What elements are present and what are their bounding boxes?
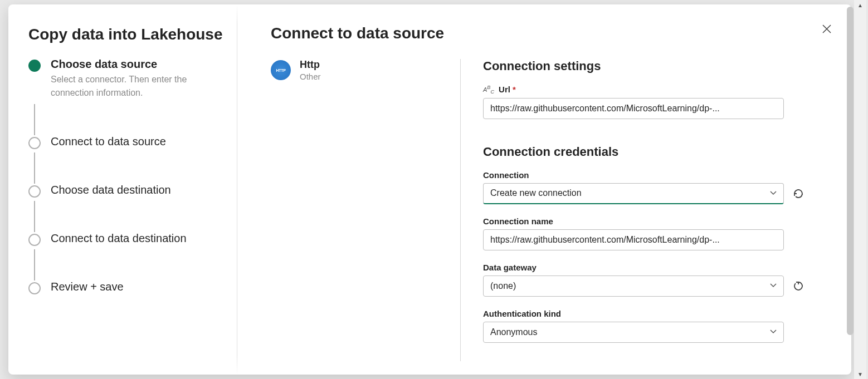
- step-label: Connect to data destination: [51, 232, 187, 245]
- step-indicator-icon: [28, 185, 41, 198]
- step-connector: [34, 104, 35, 135]
- section-connection-credentials-title: Connection credentials: [483, 145, 825, 159]
- step-indicator-icon: [28, 60, 41, 72]
- vertical-separator: [460, 59, 461, 361]
- content-row: Http Other Connection settings ABC Url *: [271, 59, 825, 361]
- source-type: Other: [300, 72, 321, 81]
- step-review-save[interactable]: Review + save: [28, 280, 223, 298]
- step-choose-data-destination[interactable]: Choose data destination: [28, 184, 223, 201]
- refresh-icon: [792, 188, 804, 200]
- step-choose-data-source[interactable]: Choose data source Select a connector. T…: [28, 58, 223, 104]
- step-connector: [34, 249, 35, 280]
- field-url: ABC Url *: [483, 85, 825, 119]
- data-gateway-select[interactable]: [483, 275, 784, 297]
- field-connection: Connection: [483, 170, 825, 204]
- step-connect-to-data-source[interactable]: Connect to data source: [28, 135, 223, 152]
- wizard-title: Copy data into Lakehouse: [28, 24, 223, 45]
- step-label: Connect to data source: [51, 135, 166, 148]
- close-icon: [822, 24, 832, 34]
- step-connector: [34, 152, 35, 184]
- scroll-down-arrow-icon[interactable]: ▼: [854, 369, 866, 379]
- refresh-connection-button[interactable]: [791, 186, 806, 201]
- url-input[interactable]: [483, 98, 784, 119]
- abc-type-icon: ABC: [483, 85, 494, 95]
- outer-scrollbar[interactable]: ▲ ▼: [854, 0, 866, 379]
- scrollbar-track[interactable]: [854, 10, 866, 369]
- inner-scrollbar[interactable]: [847, 4, 854, 375]
- main-panel: Connect to data source Http Other Connec…: [237, 4, 851, 375]
- authentication-kind-select[interactable]: [483, 322, 784, 343]
- close-button[interactable]: [819, 21, 835, 37]
- step-description: Select a connector. Then enter the conne…: [51, 73, 218, 100]
- connection-name-label: Connection name: [483, 216, 553, 226]
- authentication-kind-label: Authentication kind: [483, 309, 561, 318]
- scrollbar-thumb[interactable]: [847, 7, 854, 335]
- section-connection-settings-title: Connection settings: [483, 59, 825, 73]
- field-authentication-kind: Authentication kind: [483, 309, 825, 343]
- wizard-sidebar: Copy data into Lakehouse Choose data sou…: [8, 4, 237, 375]
- refresh-gateway-button[interactable]: [791, 278, 806, 294]
- field-data-gateway: Data gateway: [483, 263, 825, 297]
- data-gateway-label: Data gateway: [483, 263, 537, 272]
- connection-name-input[interactable]: [483, 229, 784, 250]
- step-indicator-icon: [28, 234, 41, 246]
- step-indicator-icon: [28, 282, 41, 294]
- source-name: Http: [300, 59, 321, 71]
- settings-panel: Connection settings ABC Url * Connection…: [483, 59, 825, 361]
- field-connection-name: Connection name: [483, 216, 825, 250]
- refresh-icon: [792, 280, 804, 292]
- connection-label: Connection: [483, 170, 529, 180]
- step-label: Choose data destination: [51, 184, 171, 196]
- step-label: Choose data source: [51, 58, 218, 71]
- connection-select[interactable]: [483, 183, 784, 204]
- required-asterisk: *: [513, 85, 516, 94]
- step-connect-to-data-destination[interactable]: Connect to data destination: [28, 232, 223, 249]
- step-label: Review + save: [51, 280, 124, 293]
- step-indicator-icon: [28, 137, 41, 149]
- page-title: Connect to data source: [271, 24, 825, 42]
- scroll-up-arrow-icon[interactable]: ▲: [854, 0, 866, 10]
- http-icon: [271, 60, 291, 80]
- source-item-http[interactable]: Http Other: [271, 59, 449, 81]
- source-panel: Http Other: [271, 59, 460, 361]
- url-label: Url: [499, 85, 510, 94]
- step-connector: [34, 201, 35, 232]
- wizard-steps: Choose data source Select a connector. T…: [28, 58, 223, 298]
- copy-data-dialog: Copy data into Lakehouse Choose data sou…: [8, 4, 851, 375]
